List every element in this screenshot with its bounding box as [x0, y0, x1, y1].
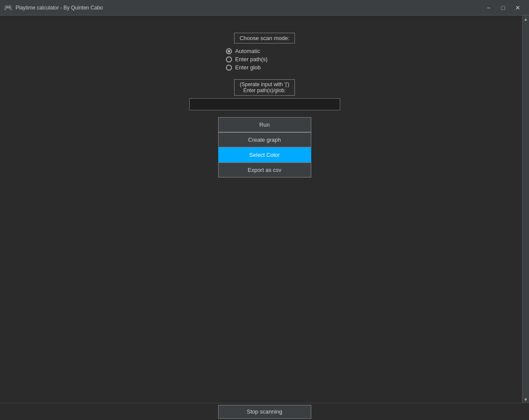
radio-enter-paths-input[interactable] [226, 56, 232, 62]
export-csv-button[interactable]: Export as csv [218, 162, 311, 177]
radio-enter-glob-input[interactable] [226, 65, 232, 71]
scrollbar-track[interactable] [523, 22, 529, 403]
radio-enter-paths-label: Enter path(s) [235, 56, 268, 62]
path-hint-line2: Enter path(s)/glob: [243, 87, 286, 93]
path-section: (Sperate input with '|') Enter path(s)/g… [189, 79, 340, 110]
buttons-section: Run Create graph Select Color Export as … [218, 117, 311, 177]
radio-enter-glob[interactable]: Enter glob [226, 64, 304, 71]
path-input[interactable] [189, 98, 340, 110]
app-icon: 🎮 [4, 4, 12, 12]
stop-scanning-button[interactable]: Stop scanning [218, 405, 311, 419]
run-button[interactable]: Run [218, 117, 311, 132]
maximize-button[interactable]: □ [496, 2, 510, 14]
title-bar-text: Playtime calculator - By Quinten Cabo [16, 5, 482, 11]
path-hint: (Sperate input with '|') Enter path(s)/g… [234, 79, 295, 96]
bottom-bar: Stop scanning [0, 403, 529, 420]
radio-automatic-input[interactable] [226, 48, 232, 54]
title-bar-controls: − □ ✕ [482, 2, 525, 14]
radio-enter-paths[interactable]: Enter path(s) [226, 56, 304, 62]
radio-automatic[interactable]: Automatic [226, 48, 304, 54]
create-graph-button[interactable]: Create graph [218, 132, 311, 147]
radio-enter-glob-label: Enter glob [235, 64, 261, 71]
title-bar: 🎮 Playtime calculator - By Quinten Cabo … [0, 0, 529, 16]
scrollbar-up-button[interactable]: ▲ [523, 16, 529, 22]
path-hint-line1: (Sperate input with '|') [240, 81, 289, 87]
close-button[interactable]: ✕ [511, 2, 525, 14]
select-color-button[interactable]: Select Color [218, 147, 311, 162]
scrollbar: ▲ ▼ [522, 16, 529, 403]
scan-mode-group: Choose scan mode: Automatic Enter path(s… [226, 33, 304, 71]
scrollbar-down-button[interactable]: ▼ [523, 396, 529, 403]
radio-automatic-label: Automatic [235, 48, 260, 54]
scan-mode-label: Choose scan mode: [234, 33, 295, 44]
minimize-button[interactable]: − [482, 2, 495, 14]
main-content: Choose scan mode: Automatic Enter path(s… [0, 16, 529, 403]
